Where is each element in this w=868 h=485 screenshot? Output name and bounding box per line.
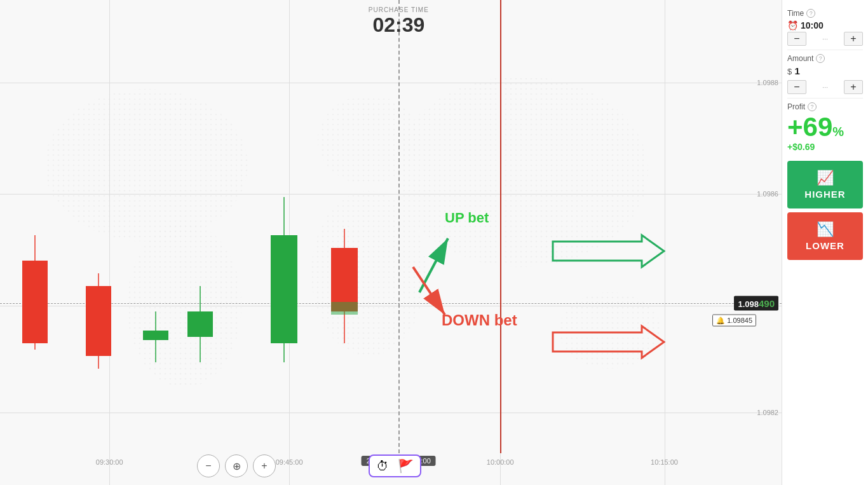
time-stepper: − ··· + bbox=[787, 32, 863, 46]
clock-timeline-icon[interactable]: ⏱ bbox=[376, 459, 389, 474]
svg-rect-16 bbox=[271, 235, 297, 343]
purchase-time-small-text: PURCHASE TIME bbox=[369, 6, 429, 13]
amount-info-icon[interactable]: ? bbox=[816, 54, 825, 63]
chart-area: 1.0988 1.0986 1.0984 1.0982 09:30:00 09:… bbox=[0, 0, 782, 485]
time-label: Time ? bbox=[787, 9, 863, 18]
crosshair-button[interactable]: ⊕ bbox=[225, 454, 248, 477]
candle-3 bbox=[140, 311, 330, 362]
amount-value: $ 1 bbox=[787, 65, 863, 76]
amount-label: Amount ? bbox=[787, 54, 863, 63]
purchase-time-value: 02:39 bbox=[369, 13, 429, 37]
time-section: Time ? ⏰ 10:00 − ··· + bbox=[787, 5, 863, 50]
amount-section: Amount ? $ 1 − ··· + bbox=[787, 50, 863, 99]
time-value: 10:00 bbox=[801, 20, 824, 31]
time-label-2: 09:45:00 bbox=[276, 458, 303, 466]
right-panel: Time ? ⏰ 10:00 − ··· + Amount ? $ 1 − ··… bbox=[782, 0, 868, 485]
current-price-highlight: 490 bbox=[759, 297, 775, 308]
bottom-toolbar: − ⊕ + bbox=[197, 454, 276, 477]
time-label-3: 10:00:00 bbox=[487, 458, 514, 466]
lower-button-label: LOWER bbox=[806, 240, 844, 251]
amount-stepper: − ··· + bbox=[787, 80, 863, 94]
profit-label-text: Profit bbox=[787, 102, 805, 111]
svg-rect-8 bbox=[22, 261, 48, 343]
alert-price-tag: 🔔 1.09845 bbox=[712, 314, 756, 326]
profit-dollar: +$0.69 bbox=[787, 142, 863, 152]
time-label-4: 10:15:00 bbox=[651, 458, 678, 466]
clock-icon: ⏰ bbox=[787, 20, 798, 31]
higher-button-label: HIGHER bbox=[804, 189, 845, 200]
profit-percent-sign: % bbox=[832, 125, 844, 139]
amount-plus-button[interactable]: + bbox=[844, 80, 863, 94]
svg-rect-19 bbox=[331, 302, 358, 315]
profit-percent: +69% bbox=[787, 114, 863, 140]
flag-timeline-icon[interactable]: 🚩 bbox=[398, 458, 414, 474]
lower-button-icon: 📉 bbox=[817, 221, 834, 238]
svg-point-5 bbox=[394, 76, 648, 267]
purchase-time-line bbox=[398, 0, 400, 453]
time-label-1: 09:30:00 bbox=[96, 458, 123, 466]
svg-rect-14 bbox=[187, 311, 213, 337]
profit-label: Profit ? bbox=[787, 102, 863, 111]
current-price-base: 1.098 bbox=[738, 299, 759, 308]
zoom-out-button[interactable]: − bbox=[197, 454, 220, 477]
grid-line-v1 bbox=[109, 0, 110, 485]
amount-number: 1 bbox=[794, 65, 799, 76]
higher-button[interactable]: 📈 HIGHER bbox=[787, 161, 863, 208]
candle-5 bbox=[267, 197, 302, 362]
svg-rect-12 bbox=[143, 331, 168, 340]
candle-4 bbox=[184, 286, 216, 362]
svg-point-6 bbox=[559, 292, 661, 369]
candle-2 bbox=[83, 273, 114, 375]
time-plus-button[interactable]: + bbox=[844, 32, 863, 46]
down-bet-label: DOWN bet bbox=[442, 311, 517, 329]
time-info-icon[interactable]: ? bbox=[806, 9, 815, 18]
up-bet-label: UP bet bbox=[445, 210, 489, 226]
current-price-tag: 1.098490 bbox=[734, 296, 778, 310]
current-time-line bbox=[500, 0, 501, 453]
price-label-1: 1.0988 bbox=[757, 79, 778, 86]
zoom-in-button[interactable]: + bbox=[253, 454, 276, 477]
price-label-4: 1.0982 bbox=[757, 409, 778, 416]
lower-button[interactable]: 📉 LOWER bbox=[787, 212, 863, 260]
currency-symbol: $ bbox=[787, 67, 792, 76]
svg-rect-10 bbox=[86, 286, 111, 356]
svg-point-1 bbox=[44, 89, 248, 242]
profit-section: Profit ? +69% +$0.69 bbox=[787, 99, 863, 156]
current-price-hline bbox=[0, 303, 782, 304]
alert-price-value: 1.09845 bbox=[727, 316, 752, 324]
profit-info-icon[interactable]: ? bbox=[808, 102, 817, 111]
time-display: ⏰ 10:00 bbox=[787, 20, 863, 31]
profit-percent-value: +69 bbox=[787, 112, 832, 142]
candle-1 bbox=[19, 235, 51, 362]
price-label-2: 1.0986 bbox=[757, 190, 778, 198]
time-minus-button[interactable]: − bbox=[787, 32, 806, 46]
grid-line-v4 bbox=[665, 0, 665, 485]
purchase-time-label: PURCHASE TIME 02:39 bbox=[369, 6, 429, 37]
time-label-text: Time bbox=[787, 9, 804, 18]
amount-label-text: Amount bbox=[787, 54, 813, 63]
candle-6 bbox=[327, 229, 362, 343]
higher-button-icon: 📈 bbox=[817, 170, 834, 186]
timeline-box[interactable]: ⏱ 🚩 bbox=[369, 454, 421, 477]
time-stepper-display: ··· bbox=[816, 35, 835, 43]
amount-stepper-display: ··· bbox=[816, 83, 835, 91]
amount-minus-button[interactable]: − bbox=[787, 80, 806, 94]
